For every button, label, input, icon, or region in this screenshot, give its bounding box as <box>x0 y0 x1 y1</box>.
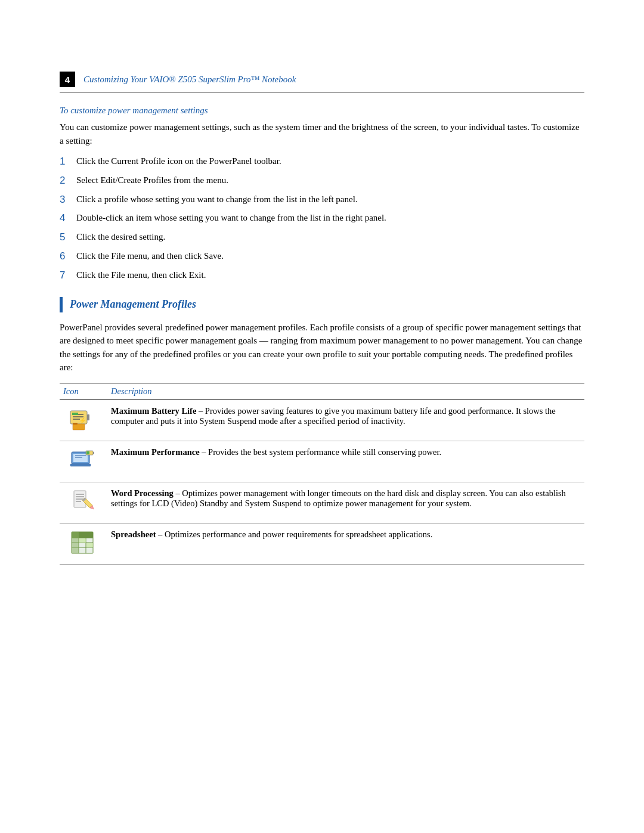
svg-rect-5 <box>72 413 78 415</box>
svg-rect-1 <box>87 414 89 420</box>
desc-cell: Word Processing – Optimizes power manage… <box>107 482 584 523</box>
col-header-desc: Description <box>107 383 584 400</box>
desc-cell: Maximum Battery Life – Provides power sa… <box>107 400 584 441</box>
step-text: Double-click an item whose setting you w… <box>76 211 584 225</box>
spreadsheet-icon <box>69 529 95 556</box>
icon-cell: ⚡ <box>60 400 107 441</box>
main-content: To customize power management settings Y… <box>60 92 584 565</box>
step-text: Click the File menu, then click Exit. <box>76 268 584 282</box>
profile-name: Maximum Battery Life <box>111 406 196 416</box>
section1-heading[interactable]: To customize power management settings <box>60 106 584 116</box>
max-performance-icon <box>69 447 95 473</box>
page: 4 Customizing Your VAIO® Z505 SuperSlim … <box>0 72 644 833</box>
col-header-icon: Icon <box>60 383 107 400</box>
icon-cell <box>60 523 107 564</box>
profile-dash: – <box>158 529 165 539</box>
svg-rect-34 <box>86 543 93 547</box>
icon-cell <box>60 482 107 523</box>
table-row: Word Processing – Optimizes power manage… <box>60 482 584 523</box>
svg-rect-33 <box>79 538 86 543</box>
profile-dash: – <box>202 447 208 457</box>
step-number: 5 <box>60 230 76 244</box>
step-number: 2 <box>60 174 76 188</box>
list-item: 6 Click the File menu, and then click Sa… <box>60 249 584 264</box>
profile-desc: Provides the best system performance whi… <box>208 447 441 457</box>
step-number: 4 <box>60 211 76 225</box>
list-item: 7 Click the File menu, then click Exit. <box>60 268 584 283</box>
svg-rect-10 <box>73 454 88 462</box>
list-item: 2 Select Edit/Create Profiles from the m… <box>60 174 584 188</box>
profiles-table: Icon Description <box>60 383 584 565</box>
step-number: 3 <box>60 193 76 207</box>
list-item: 3 Click a profile whose setting you want… <box>60 193 584 207</box>
step-text: Click the Current Profile icon on the Po… <box>76 154 584 168</box>
chapter-number: 4 <box>60 72 75 87</box>
svg-rect-32 <box>72 532 79 553</box>
step-text: Click a profile whose setting you want t… <box>76 193 584 206</box>
svg-rect-13 <box>70 464 91 466</box>
header-bar: 4 Customizing Your VAIO® Z505 SuperSlim … <box>60 72 584 92</box>
section-bar-icon <box>60 297 63 312</box>
step-text: Select Edit/Create Profiles from the men… <box>76 174 584 187</box>
desc-cell: Spreadsheet – Optimizes performance and … <box>107 523 584 564</box>
step-number: 7 <box>60 268 76 283</box>
profile-name: Spreadsheet <box>111 529 156 539</box>
profile-name: Word Processing <box>111 488 174 498</box>
step-text: Click the File menu, and then click Save… <box>76 249 584 263</box>
icon-cell <box>60 441 107 482</box>
profile-dash: – <box>175 488 182 498</box>
steps-list: 1 Click the Current Profile icon on the … <box>60 154 584 283</box>
word-processing-icon <box>69 488 95 515</box>
svg-rect-7 <box>73 424 85 430</box>
svg-rect-15 <box>93 452 94 454</box>
section2-title-row: Power Management Profiles <box>60 297 584 312</box>
svg-text:⚡: ⚡ <box>79 417 86 425</box>
section2-body: PowerPanel provides several predefined p… <box>60 321 584 374</box>
section2-title: Power Management Profiles <box>70 298 196 311</box>
svg-rect-8 <box>73 423 78 425</box>
list-item: 5 Click the desired setting. <box>60 230 584 244</box>
battery-life-icon: ⚡ <box>69 406 95 432</box>
table-row: ⚡ Maximum Battery Life – Provides power … <box>60 400 584 441</box>
table-row: Spreadsheet – Optimizes performance and … <box>60 523 584 564</box>
step-number: 6 <box>60 249 76 264</box>
desc-cell: Maximum Performance – Provides the best … <box>107 441 584 482</box>
profile-desc: Optimizes performance and power requirem… <box>165 529 432 539</box>
svg-rect-16 <box>86 451 89 454</box>
header-title: Customizing Your VAIO® Z505 SuperSlim Pr… <box>83 75 296 85</box>
step-number: 1 <box>60 154 76 169</box>
list-item: 1 Click the Current Profile icon on the … <box>60 154 584 169</box>
section1-intro: You can customize power management setti… <box>60 120 584 147</box>
profile-dash: – <box>199 406 205 416</box>
profile-name: Maximum Performance <box>111 447 200 457</box>
step-text: Click the desired setting. <box>76 230 584 244</box>
table-row: Maximum Performance – Provides the best … <box>60 441 584 482</box>
list-item: 4 Double-click an item whose setting you… <box>60 211 584 225</box>
